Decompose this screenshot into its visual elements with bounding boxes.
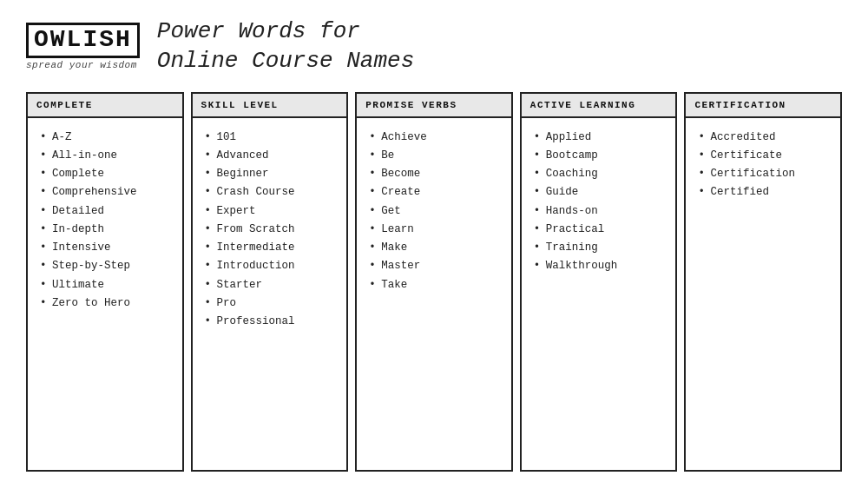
list-item: Pro <box>205 294 339 313</box>
title-line1: Power Words for <box>157 17 414 47</box>
list-item: Introduction <box>205 257 339 275</box>
list-item: Hands-on <box>534 202 667 221</box>
list-item: Step-by-Step <box>40 257 174 275</box>
list-item: Take <box>369 276 503 294</box>
column-header-skill-level: SKILL LEVEL <box>193 94 347 118</box>
column-header-active-learning: ACTIVE LEARNING <box>522 94 676 118</box>
list-item: Master <box>369 257 503 275</box>
list-item: Intensive <box>40 239 174 257</box>
column-header-certification: CERTIFICATION <box>686 94 840 118</box>
column-body-active-learning: AppliedBootcampCoachingGuideHands-onPrac… <box>522 118 676 470</box>
list-item: 101 <box>205 129 339 147</box>
list-item: Bootcamp <box>534 147 667 165</box>
logo: OWLISH <box>26 23 140 58</box>
list-item: Create <box>369 183 503 202</box>
column-body-skill-level: 101AdvancedBeginnerCrash CourseExpertFro… <box>193 118 347 470</box>
list-item: Training <box>534 239 667 257</box>
list-item: Coaching <box>534 165 667 183</box>
logo-tagline: spread your wisdom <box>26 60 137 70</box>
list-item: Beginner <box>205 165 339 183</box>
list-item: Detailed <box>40 202 174 221</box>
page-title: Power Words for Online Course Names <box>157 17 414 76</box>
list-item: Expert <box>205 202 339 221</box>
list-item: Become <box>369 165 503 183</box>
list-item: Accredited <box>698 129 832 147</box>
list-item: Get <box>369 202 503 221</box>
list-item: Zero to Hero <box>40 294 174 313</box>
column-skill-level: SKILL LEVEL101AdvancedBeginnerCrash Cour… <box>191 92 349 472</box>
list-item: Learn <box>369 221 503 239</box>
logo-block: OWLISH spread your wisdom <box>26 23 140 70</box>
column-body-promise-verbs: AchieveBeBecomeCreateGetLearnMakeMasterT… <box>357 118 511 470</box>
list-item: Be <box>369 147 503 165</box>
list-item: Certification <box>698 165 832 183</box>
column-header-complete: COMPLETE <box>28 94 182 118</box>
column-body-certification: AccreditedCertificateCertificationCertif… <box>686 118 840 470</box>
list-item: A-Z <box>40 129 174 147</box>
list-item: Intermediate <box>205 239 339 257</box>
list-item: Guide <box>534 183 667 202</box>
columns-area: COMPLETEA-ZAll-in-oneCompleteComprehensi… <box>26 92 842 472</box>
title-line2: Online Course Names <box>157 47 414 76</box>
list-item: Make <box>369 239 503 257</box>
page-header: OWLISH spread your wisdom Power Words fo… <box>26 17 842 76</box>
list-item: In-depth <box>40 221 174 239</box>
list-item: Certificate <box>698 147 832 165</box>
list-item: Practical <box>534 221 667 239</box>
list-item: All-in-one <box>40 147 174 165</box>
list-item: Starter <box>205 276 339 294</box>
column-active-learning: ACTIVE LEARNINGAppliedBootcampCoachingGu… <box>520 92 678 472</box>
list-item: Crash Course <box>205 183 339 202</box>
list-item: Walkthrough <box>534 257 667 275</box>
list-item: Applied <box>534 129 667 147</box>
column-header-promise-verbs: PROMISE VERBS <box>357 94 511 118</box>
column-promise-verbs: PROMISE VERBSAchieveBeBecomeCreateGetLea… <box>355 92 513 472</box>
list-item: Comprehensive <box>40 183 174 202</box>
list-item: Advanced <box>205 147 339 165</box>
list-item: Ultimate <box>40 276 174 294</box>
column-certification: CERTIFICATIONAccreditedCertificateCertif… <box>684 92 842 472</box>
list-item: From Scratch <box>205 221 339 239</box>
list-item: Professional <box>205 313 339 331</box>
list-item: Complete <box>40 165 174 183</box>
list-item: Achieve <box>369 129 503 147</box>
list-item: Certified <box>698 183 832 202</box>
column-body-complete: A-ZAll-in-oneCompleteComprehensiveDetail… <box>28 118 182 470</box>
column-complete: COMPLETEA-ZAll-in-oneCompleteComprehensi… <box>26 92 184 472</box>
